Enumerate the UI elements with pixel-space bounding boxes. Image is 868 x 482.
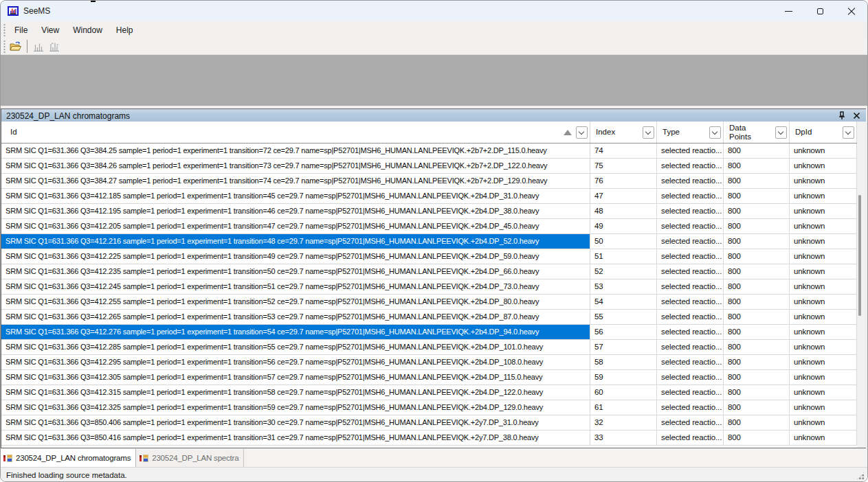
cell-dpId[interactable]: unknown [790, 325, 857, 340]
table-row[interactable]: SRM SIC Q1=631.366 Q3=412.195 sample=1 p… [1, 204, 858, 219]
cell-dataPoints[interactable]: 800 [724, 144, 790, 159]
cell-index[interactable]: 32 [590, 415, 657, 431]
cell-id[interactable]: SRM SIC Q1=631.366 Q3=412.305 sample=1 p… [1, 370, 590, 385]
table-row[interactable]: SRM SIC Q1=631.366 Q3=412.205 sample=1 p… [1, 219, 858, 234]
table-row[interactable]: SRM SIC Q1=631.366 Q3=384.27 sample=1 pe… [1, 174, 858, 189]
cell-dataPoints[interactable]: 800 [724, 174, 790, 189]
cell-dpId[interactable]: unknown [790, 400, 857, 415]
panel-close-icon[interactable] [853, 112, 860, 119]
table-row[interactable]: SRM SIC Q1=631.366 Q3=850.416 sample=1 p… [1, 431, 858, 446]
column-header-type[interactable]: Type [657, 122, 724, 143]
cell-id[interactable]: SRM SIC Q1=631.366 Q3=412.325 sample=1 p… [1, 400, 590, 415]
cell-index[interactable]: 61 [590, 400, 657, 415]
cell-dataPoints[interactable]: 800 [724, 400, 790, 415]
cell-dpId[interactable]: unknown [790, 279, 857, 295]
cell-dataPoints[interactable]: 800 [724, 234, 790, 249]
cell-id[interactable]: SRM SIC Q1=631.366 Q3=850.416 sample=1 p… [1, 431, 590, 446]
cell-dataPoints[interactable]: 800 [724, 385, 790, 400]
table-row[interactable]: SRM SIC Q1=631.366 Q3=412.245 sample=1 p… [1, 279, 858, 295]
cell-dpId[interactable]: unknown [790, 189, 857, 204]
table-row[interactable]: SRM SIC Q1=631.366 Q3=384.25 sample=1 pe… [1, 144, 858, 159]
cell-index[interactable]: 51 [590, 249, 657, 264]
cell-dataPoints[interactable]: 800 [724, 279, 790, 295]
cell-id[interactable]: SRM SIC Q1=631.366 Q3=412.205 sample=1 p… [1, 219, 590, 234]
cell-type[interactable]: selected reactio... [657, 370, 724, 385]
chromatogram-view-button[interactable] [30, 39, 46, 54]
table-row[interactable]: SRM SIC Q1=631.366 Q3=412.285 sample=1 p… [1, 340, 858, 355]
vertical-scrollbar[interactable] [857, 122, 865, 448]
cell-dpId[interactable]: unknown [790, 295, 857, 310]
cell-dpId[interactable]: unknown [790, 415, 857, 431]
auto-hide-pin-icon[interactable] [838, 111, 845, 120]
cell-type[interactable]: selected reactio... [657, 144, 724, 159]
table-row[interactable]: SRM SIC Q1=631.366 Q3=412.325 sample=1 p… [1, 400, 858, 415]
close-button[interactable] [836, 1, 867, 21]
cell-id[interactable]: SRM SIC Q1=631.366 Q3=384.25 sample=1 pe… [1, 144, 590, 159]
resize-grip-icon[interactable] [856, 472, 865, 480]
table-row[interactable]: SRM SIC Q1=631.366 Q3=412.265 sample=1 p… [1, 310, 858, 325]
cell-type[interactable]: selected reactio... [657, 159, 724, 174]
cell-id[interactable]: SRM SIC Q1=631.366 Q3=412.245 sample=1 p… [1, 279, 590, 295]
cell-id[interactable]: SRM SIC Q1=631.366 Q3=412.255 sample=1 p… [1, 295, 590, 310]
cell-type[interactable]: selected reactio... [657, 219, 724, 234]
cell-type[interactable]: selected reactio... [657, 264, 724, 279]
cell-id[interactable]: SRM SIC Q1=631.366 Q3=412.265 sample=1 p… [1, 310, 590, 325]
cell-id[interactable]: SRM SIC Q1=631.366 Q3=412.225 sample=1 p… [1, 249, 590, 264]
menu-view[interactable]: View [34, 21, 66, 38]
cell-type[interactable]: selected reactio... [657, 325, 724, 340]
cell-dpId[interactable]: unknown [790, 370, 857, 385]
cell-type[interactable]: selected reactio... [657, 431, 724, 446]
cell-type[interactable]: selected reactio... [657, 355, 724, 370]
column-header-index[interactable]: Index [590, 122, 657, 143]
scrollbar-thumb[interactable] [858, 195, 861, 316]
cell-index[interactable]: 60 [590, 385, 657, 400]
cell-index[interactable]: 57 [590, 340, 657, 355]
cell-index[interactable]: 50 [590, 234, 657, 249]
table-row[interactable]: SRM SIC Q1=631.366 Q3=850.406 sample=1 p… [1, 415, 858, 431]
cell-dataPoints[interactable]: 800 [724, 264, 790, 279]
table-row[interactable]: SRM SIC Q1=631.366 Q3=412.235 sample=1 p… [1, 264, 858, 279]
cell-index[interactable]: 76 [590, 174, 657, 189]
menu-help[interactable]: Help [109, 21, 140, 38]
cell-id[interactable]: SRM SIC Q1=631.366 Q3=850.406 sample=1 p… [1, 415, 590, 431]
cell-dataPoints[interactable]: 800 [724, 204, 790, 219]
cell-dataPoints[interactable]: 800 [724, 431, 790, 446]
panel-caption[interactable]: 230524_DP_LAN chromatograms [1, 109, 866, 122]
cell-dpId[interactable]: unknown [790, 340, 857, 355]
cell-dataPoints[interactable]: 800 [724, 355, 790, 370]
table-row[interactable]: SRM SIC Q1=631.366 Q3=412.255 sample=1 p… [1, 295, 858, 310]
cell-type[interactable]: selected reactio... [657, 189, 724, 204]
cell-index[interactable]: 33 [590, 431, 657, 446]
cell-type[interactable]: selected reactio... [657, 279, 724, 295]
cell-dpId[interactable]: unknown [790, 310, 857, 325]
cell-type[interactable]: selected reactio... [657, 249, 724, 264]
menu-file[interactable]: File [8, 21, 34, 38]
table-row[interactable]: SRM SIC Q1=631.366 Q3=412.315 sample=1 p… [1, 385, 858, 400]
column-header-dpId[interactable]: DpId [790, 122, 857, 143]
cell-id[interactable]: SRM SIC Q1=631.366 Q3=384.27 sample=1 pe… [1, 174, 590, 189]
cell-dataPoints[interactable]: 800 [724, 415, 790, 431]
cell-id[interactable]: SRM SIC Q1=631.366 Q3=412.285 sample=1 p… [1, 340, 590, 355]
cell-dpId[interactable]: unknown [790, 264, 857, 279]
cell-index[interactable]: 54 [590, 295, 657, 310]
cell-index[interactable]: 55 [590, 310, 657, 325]
cell-id[interactable]: SRM SIC Q1=631.366 Q3=412.315 sample=1 p… [1, 385, 590, 400]
cell-dpId[interactable]: unknown [790, 159, 857, 174]
cell-dataPoints[interactable]: 800 [724, 189, 790, 204]
cell-dpId[interactable]: unknown [790, 144, 857, 159]
cell-index[interactable]: 48 [590, 204, 657, 219]
table-row[interactable]: SRM SIC Q1=631.366 Q3=412.216 sample=1 p… [1, 234, 858, 249]
cell-index[interactable]: 52 [590, 264, 657, 279]
cell-type[interactable]: selected reactio... [657, 204, 724, 219]
cell-type[interactable]: selected reactio... [657, 415, 724, 431]
cell-dataPoints[interactable]: 800 [724, 370, 790, 385]
column-filter-dropdown-index[interactable] [643, 126, 654, 139]
cell-dataPoints[interactable]: 800 [724, 219, 790, 234]
cell-dpId[interactable]: unknown [790, 431, 857, 446]
cell-type[interactable]: selected reactio... [657, 400, 724, 415]
table-row[interactable]: SRM SIC Q1=631.366 Q3=384.26 sample=1 pe… [1, 159, 858, 174]
minimize-button[interactable] [772, 1, 804, 21]
table-row[interactable]: SRM SIC Q1=631.366 Q3=412.276 sample=1 p… [1, 325, 858, 340]
column-header-dataPoints[interactable]: Data Points [724, 122, 790, 143]
column-filter-dropdown-id[interactable] [576, 126, 588, 139]
